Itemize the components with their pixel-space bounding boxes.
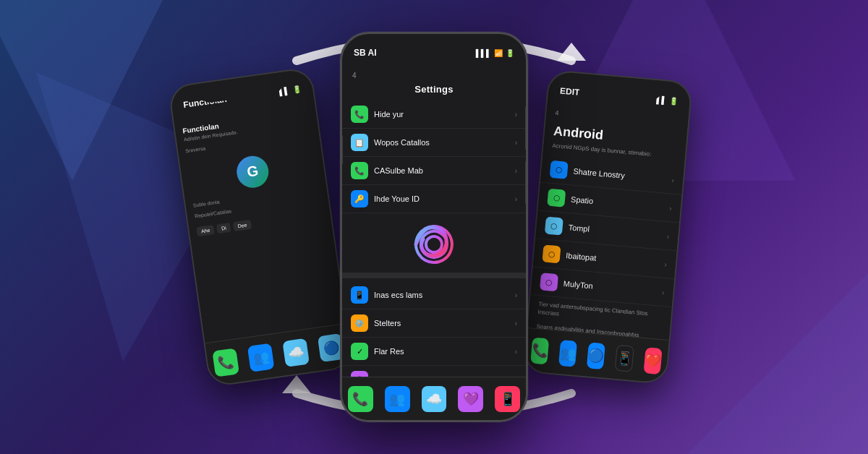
settings-chevron-2: › xyxy=(515,139,517,147)
phone-right-status-text: EDIT xyxy=(560,86,580,98)
settings-item-8[interactable]: ◯ Thoy Sltie Oup › xyxy=(342,366,526,377)
settings-icon-5: 📱 xyxy=(351,286,368,304)
phone-center-btn-left xyxy=(340,135,343,164)
settings-icon-4: 🔑 xyxy=(351,190,368,207)
dock-center-app1: 💜 xyxy=(458,386,483,412)
android-label-2: Spatio xyxy=(571,195,670,213)
dock-right-app1: 🔵 xyxy=(587,342,605,369)
settings-icon-1: 📞 xyxy=(351,106,368,123)
left-phone-btn-2[interactable]: Di xyxy=(216,223,231,234)
phone-center-notch xyxy=(391,34,477,54)
android-icon-2: ◯ xyxy=(547,189,566,207)
android-label-5: MulyTon xyxy=(563,279,662,296)
phone-center-btn-right-2 xyxy=(525,160,528,204)
settings-icon-6: ⚙️ xyxy=(351,314,368,332)
settings-chevron-4: › xyxy=(515,195,517,203)
settings-item-7[interactable]: ✓ Flar Res › xyxy=(342,338,526,366)
settings-label-6: Stelters xyxy=(374,319,515,327)
settings-item-3[interactable]: 📞 CASulbe Mab › xyxy=(342,157,526,185)
settings-item-1[interactable]: 📞 Hide yur › xyxy=(342,100,526,129)
android-chevron-5: › xyxy=(662,288,665,296)
dock-right-app2: 📱 xyxy=(615,344,634,372)
settings-icon-2: 📋 xyxy=(351,134,368,151)
phone-center-bottom-settings: 📱 Inas ecs lams › ⚙️ Stelters › ✓ Flar R… xyxy=(342,281,526,377)
settings-chevron-1: › xyxy=(515,111,517,119)
phone-right-screen: 4 Android Acronid NGpS day is bunnar, st… xyxy=(527,103,688,340)
phone-center-top-settings: 📞 Hide yur › 📋 Wopos Catallos › 📞 CASulb… xyxy=(342,100,526,213)
phone-right: EDIT ▌▌ 🔋 4 Android Acronid NGpS day is … xyxy=(522,69,693,385)
phone-center-title: Settings xyxy=(342,81,526,100)
phone-center-page: 4 xyxy=(342,72,526,81)
phone-right-settings: ◯ Shatre Lnostry › ◯ Spatio › ◯ Tompl › xyxy=(530,155,684,307)
dock-center-cloud: ☁️ xyxy=(422,386,447,412)
settings-icon-8: ◯ xyxy=(351,371,368,377)
android-label-1: Shatre Lnostry xyxy=(573,167,672,184)
settings-label-4: Ihde Youe ID xyxy=(374,194,515,203)
scene: Functiolan ▌▌ 🔋 Functiolan Adiistin dein… xyxy=(0,0,868,454)
settings-label-1: Hide yur xyxy=(374,110,515,119)
spiral-logo-container xyxy=(342,219,526,270)
dock-left-cloud: ☁️ xyxy=(282,338,310,367)
settings-label-5: Inas ecs lams xyxy=(374,291,515,299)
settings-label-7: Flar Res xyxy=(374,347,515,356)
android-label-3: Tompl xyxy=(568,223,667,240)
dock-center-app2: 📱 xyxy=(495,386,520,412)
left-phone-btn-3[interactable]: Dee xyxy=(233,220,252,231)
dock-right-phone: 📞 xyxy=(530,337,549,364)
spiral-logo xyxy=(409,219,459,270)
settings-item-4[interactable]: 🔑 Ihde Youe ID › xyxy=(342,185,526,213)
android-icon-1: ◯ xyxy=(550,160,569,179)
android-icon-3: ◯ xyxy=(545,217,563,236)
phone-center-status-icons: ▌▌▌ 📶 🔋 xyxy=(476,49,514,57)
android-chevron-4: › xyxy=(664,260,667,268)
settings-item-5[interactable]: 📱 Inas ecs lams › xyxy=(342,281,526,309)
android-icon-5: ◯ xyxy=(540,273,558,291)
phone-center-btn-right-1 xyxy=(525,106,528,150)
phone-center: SB AI ▌▌▌ 📶 🔋 4 Settings 📞 Hide yur xyxy=(340,32,528,422)
android-label-4: Ibaitopat xyxy=(566,251,665,268)
google-icon: G xyxy=(234,153,271,189)
android-chevron-2: › xyxy=(669,204,672,212)
phone-center-status-text: SB AI xyxy=(354,48,377,58)
settings-chevron-5: › xyxy=(515,291,517,299)
dock-center-phone: 📞 xyxy=(348,386,373,412)
settings-label-2: Wopos Catallos xyxy=(374,138,515,147)
settings-chevron-7: › xyxy=(515,348,517,356)
phone-left-screen: Functiolan Adiistin dein Requisado. Srev… xyxy=(174,100,346,343)
section-gap xyxy=(342,273,526,278)
android-chevron-1: › xyxy=(671,176,674,184)
android-icon-4: ◯ xyxy=(542,245,561,264)
phone-left: Functiolan ▌▌ 🔋 Functiolan Adiistin dein… xyxy=(168,67,354,387)
settings-icon-3: 📞 xyxy=(351,162,368,179)
dock-right-app3: ❤️ xyxy=(644,347,663,374)
phone-center-dock: 📞 👥 ☁️ 💜 📱 xyxy=(342,377,526,420)
settings-item-6[interactable]: ⚙️ Stelters › xyxy=(342,309,526,338)
settings-chevron-3: › xyxy=(515,167,517,175)
settings-item-2[interactable]: 📋 Wopos Catallos › xyxy=(342,129,526,157)
settings-icon-7: ✓ xyxy=(351,343,368,360)
android-chevron-3: › xyxy=(666,232,669,240)
settings-chevron-6: › xyxy=(515,320,517,327)
dock-left-people: 👥 xyxy=(247,343,275,372)
phone-right-status-icons: ▌▌ 🔋 xyxy=(656,95,678,106)
phone-center-screen: 4 Settings 📞 Hide yur › 📋 Wopos Catallos… xyxy=(342,66,526,377)
phones-container: Functiolan ▌▌ 🔋 Functiolan Adiistin dein… xyxy=(109,17,760,437)
dock-right-people: 👥 xyxy=(558,339,577,367)
settings-label-3: CASulbe Mab xyxy=(374,166,515,175)
dock-left-phone: 📞 xyxy=(212,348,239,377)
dock-center-people: 👥 xyxy=(385,386,410,412)
left-phone-btn-1[interactable]: Ahe xyxy=(196,225,215,236)
